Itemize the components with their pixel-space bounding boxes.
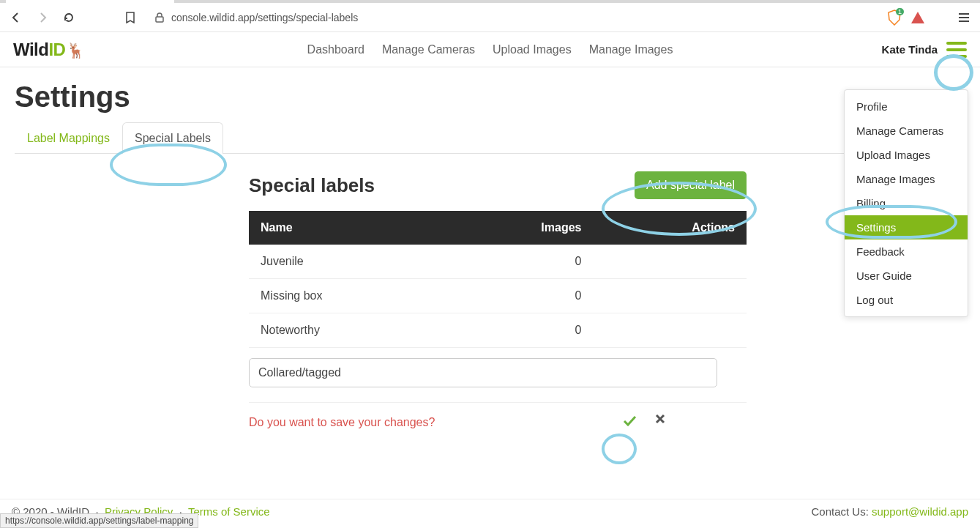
confirm-actions [622,413,666,431]
menu-settings[interactable]: Settings [845,215,968,239]
menu-user-guide[interactable]: User Guide [845,264,968,288]
panel-header: Special labels Add special label [249,171,747,199]
nav-manage-images[interactable]: Manage Images [589,43,673,56]
main-nav: Dashboard Manage Cameras Upload Images M… [307,43,673,56]
confirm-save-button[interactable] [622,413,637,431]
panel-title: Special labels [249,174,375,197]
menu-log-out[interactable]: Log out [845,288,968,312]
contact-label: Contact Us: [812,505,872,518]
svg-rect-0 [156,17,163,22]
hamburger-icon [958,12,970,23]
wildid-logo[interactable]: WildID🦌 [13,40,85,60]
new-label-input[interactable] [249,358,717,387]
bookmark-button[interactable] [121,9,139,26]
col-images: Images [446,211,593,245]
user-menu-button[interactable] [946,42,967,58]
shield-count: 1 [896,8,904,15]
labels-table: Name Images Actions Juvenile 0 Missing b… [249,211,747,348]
settings-tabs: Label Mappings Special Labels [15,122,965,154]
back-button[interactable] [7,9,25,26]
confirm-row: Do you want to save your changes? [249,402,747,431]
cell-images: 0 [446,279,593,313]
highlight-ellipse [602,434,637,464]
terms-link[interactable]: Terms of Service [188,505,270,518]
cell-name: Missing box [249,279,446,313]
arrow-left-icon [10,12,22,23]
table-row: Noteworthy 0 [249,313,747,348]
antelope-icon: 🦌 [67,42,85,59]
contact-email-link[interactable]: support@wildid.app [872,505,968,518]
cell-actions [593,245,747,279]
new-label-row [249,358,747,387]
lock-icon [154,12,165,23]
url-text: console.wildid.app/settings/special-labe… [171,12,358,23]
menu-feedback[interactable]: Feedback [845,239,968,264]
page-title: Settings [15,81,965,114]
main-content: Settings Label Mappings Special Labels S… [0,67,980,431]
browser-tab-strip: 🐾 Special Labels - WildID × + — ☐ ✕ [0,0,980,3]
browser-toolbar: console.wildid.app/settings/special-labe… [0,3,980,32]
reload-button[interactable] [60,9,78,26]
tab-special-labels[interactable]: Special Labels [122,122,223,154]
check-icon [622,413,637,428]
bat-icon[interactable] [910,10,926,26]
menu-manage-images[interactable]: Manage Images [845,167,968,191]
col-actions: Actions [593,211,747,245]
user-name: Kate Tinda [882,43,938,56]
tab-label-mappings[interactable]: Label Mappings [15,122,122,154]
browser-tab[interactable]: 🐾 Special Labels - WildID × [6,0,174,3]
user-area: Kate Tinda [882,42,967,58]
reload-icon [63,12,75,23]
add-special-label-button[interactable]: Add special label [635,171,747,199]
nav-upload-images[interactable]: Upload Images [493,43,572,56]
cell-actions [593,279,747,313]
cell-images: 0 [446,245,593,279]
cell-name: Juvenile [249,245,446,279]
menu-billing[interactable]: Billing [845,191,968,215]
confirm-cancel-button[interactable] [654,413,666,431]
user-dropdown-menu: Profile Manage Cameras Upload Images Man… [844,89,968,317]
cell-actions [593,313,747,348]
app-header: WildID🦌 Dashboard Manage Cameras Upload … [0,32,980,67]
confirm-text: Do you want to save your changes? [249,416,607,429]
menu-profile[interactable]: Profile [845,94,968,119]
cell-images: 0 [446,313,593,348]
col-name: Name [249,211,446,245]
address-bar[interactable]: console.wildid.app/settings/special-labe… [148,12,878,23]
nav-dashboard[interactable]: Dashboard [307,43,364,56]
menu-manage-cameras[interactable]: Manage Cameras [845,119,968,143]
table-row: Juvenile 0 [249,245,747,279]
special-labels-panel: Special labels Add special label Name Im… [249,171,747,431]
x-icon [654,413,666,425]
bookmark-icon [125,12,135,23]
footer-right: Contact Us: support@wildid.app [812,505,969,518]
status-bar-link: https://console.wildid.app/settings/labe… [0,513,198,528]
extension-icons: 1 [886,9,973,26]
menu-upload-images[interactable]: Upload Images [845,143,968,167]
new-tab-button[interactable]: + [179,0,199,1]
arrow-right-icon [37,12,48,23]
brave-shield-icon[interactable]: 1 [886,10,902,26]
nav-manage-cameras[interactable]: Manage Cameras [382,43,475,56]
cell-name: Noteworthy [249,313,446,348]
forward-button[interactable] [34,9,51,26]
browser-menu-button[interactable] [955,9,973,26]
table-row: Missing box 0 [249,279,747,313]
